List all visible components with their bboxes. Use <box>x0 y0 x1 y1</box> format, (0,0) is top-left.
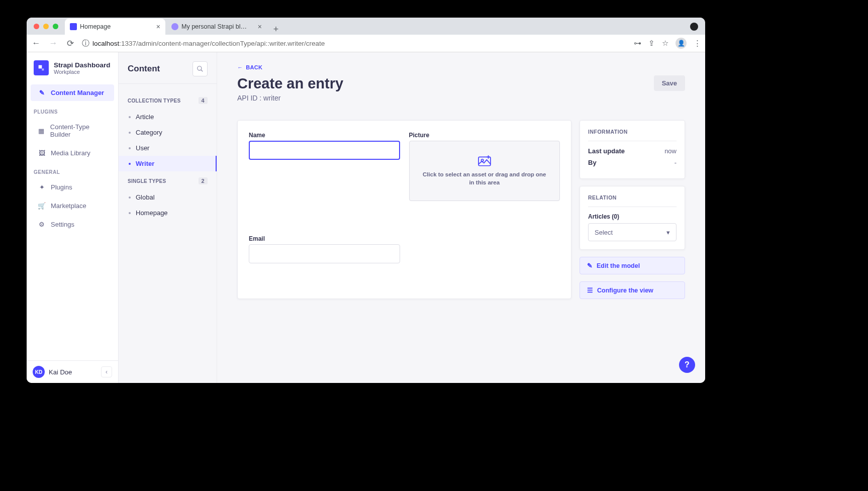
key-icon[interactable]: ⊶ <box>634 39 641 48</box>
field-email: Email <box>249 235 400 287</box>
browser-address-bar: ← → ⟳ ⓘ localhost:1337/admin/content-man… <box>27 35 705 52</box>
upload-image-icon <box>478 155 491 166</box>
sidebar-item-label: Media Library <box>51 149 90 157</box>
relation-card: RELATION Articles (0) Select ▾ <box>580 186 685 250</box>
user-name: Kai Doe <box>49 368 72 376</box>
field-name: Name <box>249 132 400 225</box>
help-button[interactable]: ? <box>679 357 695 373</box>
bookmark-icon[interactable]: ☆ <box>662 39 668 48</box>
app-root: Strapi Dashboard Workplace ✎ Content Man… <box>27 52 705 383</box>
layout-icon: ▦ <box>38 127 45 135</box>
browser-tabbar: Homepage × My personal Strapi blog | Str… <box>27 18 705 35</box>
by-value: - <box>674 159 677 166</box>
name-label: Name <box>249 132 400 139</box>
svg-line-3 <box>201 70 203 72</box>
main-content: ← BACK Create an entry API ID : writer S… <box>217 52 705 383</box>
sidebar-item-label: Settings <box>51 221 74 228</box>
information-card: INFORMATION Last updatenow By- <box>580 120 685 179</box>
edit-model-button[interactable]: ✎ Edit the model <box>580 257 685 274</box>
image-icon: 🖼 <box>38 149 46 157</box>
svg-point-2 <box>198 66 202 70</box>
page-title: Create an entry <box>237 75 343 92</box>
relation-header: RELATION <box>588 194 677 207</box>
close-tab-icon[interactable]: × <box>156 23 160 31</box>
articles-label: Articles (0) <box>588 213 677 220</box>
configure-view-button[interactable]: ☰ Configure the view <box>580 281 685 299</box>
arrow-left-icon: ← <box>237 64 243 70</box>
brand: Strapi Dashboard Workplace <box>27 52 118 83</box>
profile-avatar-icon[interactable]: 👤 <box>676 38 687 49</box>
back-link[interactable]: ← BACK <box>237 64 262 70</box>
upload-hint: Click to select an asset or drag and dro… <box>410 170 560 186</box>
site-info-icon[interactable]: ⓘ <box>82 39 89 48</box>
sidebar-item-media-library[interactable]: 🖼 Media Library <box>31 145 114 161</box>
brand-title: Strapi Dashboard <box>54 61 111 69</box>
tab-title: My personal Strapi blog | Strap… <box>181 23 247 30</box>
api-id: API ID : writer <box>237 94 343 102</box>
sidebar-item-label: Marketplace <box>51 202 86 210</box>
pencil-icon: ✎ <box>587 262 593 269</box>
reload-button[interactable]: ⟳ <box>65 38 76 49</box>
sidebar-item-content-manager[interactable]: ✎ Content Manager <box>31 84 114 101</box>
back-button[interactable]: ← <box>31 38 42 48</box>
single-types-header: SINGLE TYPES 2 <box>128 177 208 184</box>
extension-icon[interactable] <box>690 23 698 31</box>
caret-down-icon: ▾ <box>666 229 670 236</box>
minimize-window-icon[interactable] <box>43 24 49 29</box>
sidebar-item-marketplace[interactable]: 🛒 Marketplace <box>31 198 114 214</box>
email-label: Email <box>249 235 400 242</box>
email-input[interactable] <box>249 244 400 263</box>
field-picture: Picture Click to select an asset or drag… <box>409 132 560 225</box>
browser-tab-active[interactable]: Homepage × <box>65 19 165 35</box>
browser-window: Homepage × My personal Strapi blog | Str… <box>27 18 705 383</box>
list-icon: ☰ <box>587 286 593 294</box>
url-path: :1337/admin/content-manager/collectionTy… <box>119 40 325 47</box>
save-button[interactable]: Save <box>654 75 685 91</box>
picture-upload[interactable]: Click to select an asset or drag and dro… <box>409 141 560 201</box>
sidebar-item-content-type-builder[interactable]: ▦ Content-Type Builder <box>31 119 114 143</box>
user-avatar[interactable]: KD <box>33 366 45 378</box>
collection-types-header: COLLECTION TYPES 4 <box>128 97 208 104</box>
svg-rect-1 <box>42 68 44 70</box>
sidebar-item-label: Content Manager <box>51 89 104 96</box>
content-item-article[interactable]: Article <box>128 109 208 125</box>
sidebar-footer: KD Kai Doe ‹ <box>27 360 118 383</box>
content-sidebar: Content COLLECTION TYPES 4 Article Categ… <box>119 52 217 383</box>
window-controls <box>34 24 58 29</box>
last-update-label: Last update <box>588 147 625 155</box>
browser-menu-icon[interactable]: ⋮ <box>694 39 701 48</box>
select-placeholder: Select <box>595 229 613 236</box>
tab-title: Homepage <box>80 23 111 30</box>
by-label: By <box>588 159 597 166</box>
gear-icon: ⚙ <box>38 221 46 228</box>
site-favicon-icon <box>171 23 178 30</box>
articles-select[interactable]: Select ▾ <box>588 223 677 241</box>
last-update-value: now <box>664 147 677 155</box>
sidebar-item-plugins[interactable]: ✦ Plugins <box>31 179 114 195</box>
strapi-logo-icon <box>34 60 49 75</box>
close-window-icon[interactable] <box>34 24 39 29</box>
browser-tab-inactive[interactable]: My personal Strapi blog | Strap… × <box>166 19 267 35</box>
content-item-homepage[interactable]: Homepage <box>128 205 208 221</box>
content-search-button[interactable] <box>192 61 208 76</box>
new-tab-button[interactable]: + <box>269 24 283 35</box>
collapse-sidebar-button[interactable]: ‹ <box>101 366 112 377</box>
content-item-category[interactable]: Category <box>128 125 208 140</box>
sidebar-item-label: Plugins <box>51 183 72 191</box>
sidebar-item-label: Content-Type Builder <box>50 123 107 138</box>
close-tab-icon[interactable]: × <box>258 23 262 31</box>
strapi-favicon-icon <box>70 23 77 30</box>
name-input[interactable] <box>249 141 400 160</box>
entry-form: Name Picture Click to select an asset or… <box>237 120 571 299</box>
single-count: 2 <box>199 177 208 184</box>
share-icon[interactable]: ⇪ <box>648 39 655 48</box>
url-input[interactable]: ⓘ localhost:1337/admin/content-manager/c… <box>82 39 628 48</box>
pencil-icon: ✎ <box>38 89 46 96</box>
maximize-window-icon[interactable] <box>53 24 58 29</box>
content-item-writer[interactable]: Writer <box>119 156 217 171</box>
content-item-global[interactable]: Global <box>128 189 208 205</box>
forward-button[interactable]: → <box>48 38 59 48</box>
content-item-user[interactable]: User <box>128 140 208 156</box>
information-header: INFORMATION <box>588 129 677 141</box>
sidebar-item-settings[interactable]: ⚙ Settings <box>31 216 114 233</box>
